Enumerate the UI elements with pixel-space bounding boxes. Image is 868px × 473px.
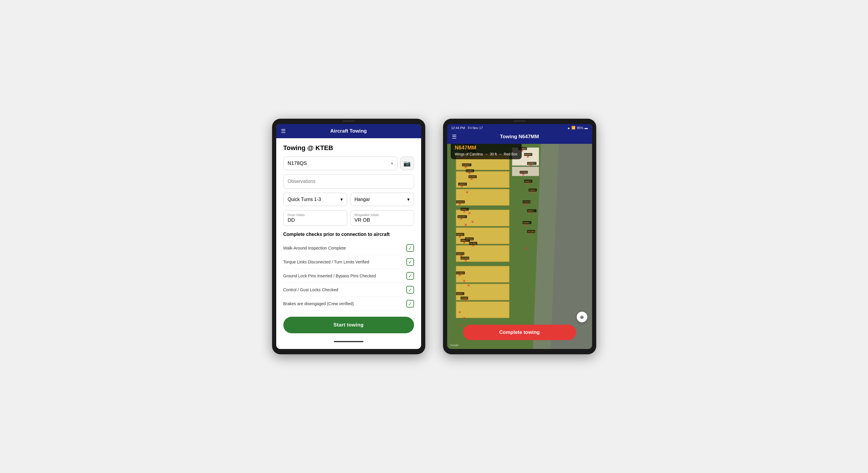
compass-button[interactable]: ⊕ [577, 312, 587, 322]
svg-text:N8060: N8060 [457, 293, 463, 295]
camera-button[interactable]: 📷 [400, 156, 414, 170]
initials-row: Driver Initials DD Wingwalker Initials V… [283, 210, 414, 226]
svg-text:N178Q: N178Q [470, 242, 476, 245]
map-header: 12:44 PM Fri Nov 17 ▲ 📶 95% ▬ ☰ Towing N… [447, 124, 592, 144]
aircraft-select-value: N178QS [288, 160, 307, 166]
aircraft-row: N178QS ▾ 📷 [283, 156, 414, 170]
home-indicator-left [276, 339, 421, 343]
route-arrow2: → [499, 152, 502, 156]
route-distance: 30 ft [490, 152, 497, 156]
tablet-notch [343, 120, 354, 122]
menu-icon-left[interactable]: ☰ [281, 128, 286, 135]
check-icon[interactable]: ✓ [406, 272, 414, 280]
observations-input[interactable] [283, 174, 414, 188]
wingwalker-initials-field[interactable]: Wingwalker Initials VR OB [350, 210, 414, 226]
svg-text:N44CY: N44CY [525, 180, 531, 182]
home-bar-left [334, 341, 364, 342]
svg-text:N664A2: N664A2 [465, 238, 473, 240]
right-tablet-screen: ✈ ✈ ✈ ✈ ✈ ✈ ✈ ✈ ✈ ✈ ✈ ✈ ✈ ✈ ✈ ✈ ✈ [447, 124, 592, 349]
checklist: Walk-Around Inspection Complete ✓ Torque… [283, 241, 414, 311]
location-from-chevron: ▾ [340, 197, 343, 202]
svg-text:N88313: N88313 [457, 253, 464, 255]
compass-icon: ⊕ [580, 314, 584, 320]
check-label: Torque Links Disconected / Turn Limits V… [283, 260, 406, 264]
check-icon[interactable]: ✓ [406, 244, 414, 252]
google-watermark: Google [450, 344, 459, 347]
svg-text:N281H: N281H [529, 189, 535, 191]
check-label: Brakes are disengaged (Crew verified) [283, 301, 406, 306]
app-header-right: ☰ Towing N647MM [447, 130, 592, 144]
svg-text:N345FY: N345FY [528, 162, 535, 165]
svg-text:N741VB: N741VB [523, 201, 531, 203]
complete-towing-button[interactable]: Complete towing [463, 325, 576, 340]
aircraft-id: N647MM [455, 145, 518, 151]
wingwalker-initials-label: Wingwalker Initials [354, 213, 410, 217]
check-item[interactable]: Control / Gust Locks Checked ✓ [283, 283, 414, 297]
svg-text:N1EMX: N1EMX [463, 164, 470, 166]
status-icons: ▲ 📶 95% ▬ [567, 126, 588, 130]
check-item[interactable]: Ground Lock Pins Inserted / Bypass Pins … [283, 269, 414, 283]
start-towing-button[interactable]: Start towing [283, 317, 414, 333]
date-display: Fri Nov 17 [468, 126, 483, 130]
aircraft-info-overlay: N647MM Wings of Carolina → 30 ft → Red B… [451, 142, 522, 159]
svg-text:N987U: N987U [528, 210, 534, 212]
right-tablet: ✈ ✈ ✈ ✈ ✈ ✈ ✈ ✈ ✈ ✈ ✈ ✈ ✈ ✈ ✈ ✈ ✈ [443, 119, 596, 354]
aircraft-route: Wings of Carolina → 30 ft → Red Box [455, 152, 518, 156]
route-arrow1: → [485, 152, 488, 156]
status-time: 12:44 PM Fri Nov 17 [451, 126, 483, 130]
location-from-value: Quick Turns 1-3 [288, 197, 321, 202]
svg-text:N385TY: N385TY [459, 183, 466, 185]
check-item[interactable]: Torque Links Disconected / Turn Limits V… [283, 255, 414, 269]
check-item[interactable]: Brakes are disengaged (Crew verified) ✓ [283, 297, 414, 311]
check-label: Ground Lock Pins Inserted / Bypass Pins … [283, 273, 406, 278]
signal-icon: 📶 [571, 126, 576, 130]
map-screen: ✈ ✈ ✈ ✈ ✈ ✈ ✈ ✈ ✈ ✈ ✈ ✈ ✈ ✈ ✈ ✈ ✈ [447, 124, 592, 349]
battery-icon: ▬ [585, 126, 588, 130]
svg-text:N345US: N345US [457, 201, 465, 203]
left-tablet-screen: ☰ Aircraft Towing Towing @ KTEB N178QS ▾… [276, 124, 421, 349]
location-to-select[interactable]: Hangar ▾ [350, 193, 414, 206]
svg-text:N190G: N190G [469, 176, 475, 178]
route-from: Wings of Carolina [455, 152, 483, 156]
left-tablet: ☰ Aircraft Towing Towing @ KTEB N178QS ▾… [272, 119, 425, 354]
check-icon[interactable]: ✓ [406, 258, 414, 266]
chevron-down-icon: ▾ [391, 161, 393, 166]
location-from-select[interactable]: Quick Turns 1-3 ▾ [283, 193, 347, 206]
check-icon[interactable]: ✓ [406, 300, 414, 307]
check-label: Walk-Around Inspection Complete [283, 246, 406, 250]
driver-initials-label: Driver Initials [288, 213, 343, 217]
driver-initials-value: DD [288, 217, 343, 223]
app-title-right: Towing N647MM [500, 134, 539, 140]
driver-initials-field[interactable]: Driver Initials DD [283, 210, 347, 226]
svg-text:N972WW: N972WW [461, 257, 470, 259]
svg-text:N5198G: N5198G [528, 231, 535, 233]
location-to-value: Hangar [354, 197, 370, 202]
menu-icon-right[interactable]: ☰ [452, 134, 457, 140]
check-icon[interactable]: ✓ [406, 286, 414, 294]
svg-text:N648H: N648H [523, 222, 530, 224]
battery-display: 95% [577, 126, 583, 130]
check-label: Control / Gust Locks Checked [283, 288, 406, 292]
svg-text:N750B: N750B [461, 297, 468, 299]
route-to: Red Box [504, 152, 518, 156]
svg-text:N321F1: N321F1 [458, 216, 465, 218]
towing-title: Towing @ KTEB [283, 144, 414, 152]
tablet-notch-right [514, 120, 526, 122]
camera-icon: 📷 [403, 160, 411, 167]
status-bar: 12:44 PM Fri Nov 17 ▲ 📶 95% ▬ [447, 124, 592, 130]
wifi-icon: ▲ [567, 126, 570, 130]
svg-text:N3876: N3876 [525, 154, 531, 156]
time-display: 12:44 PM [451, 126, 465, 130]
svg-text:N7787U: N7787U [520, 171, 528, 173]
svg-text:N583H: N583H [457, 234, 463, 236]
aircraft-select[interactable]: N178QS ▾ [283, 156, 398, 170]
wingwalker-initials-value: VR OB [354, 217, 410, 223]
location-row: Quick Turns 1-3 ▾ Hangar ▾ [283, 193, 414, 206]
checks-title: Complete checks prior to connection to a… [283, 232, 414, 237]
app-title-left: Aircraft Towing [330, 128, 367, 134]
check-item[interactable]: Walk-Around Inspection Complete ✓ [283, 241, 414, 255]
svg-text:N198Y: N198Y [466, 170, 473, 172]
form-content: Towing @ KTEB N178QS ▾ 📷 Quick Turns 1-3… [276, 138, 421, 339]
svg-text:N342J: N342J [461, 208, 467, 210]
location-to-chevron: ▾ [407, 197, 410, 202]
